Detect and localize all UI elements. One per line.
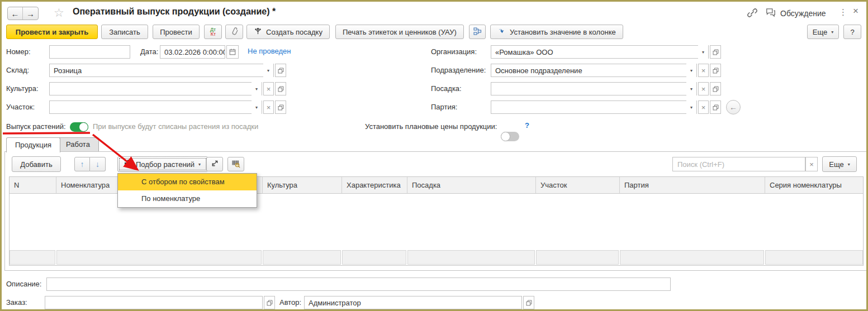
barcode-scan-button[interactable] (227, 157, 244, 171)
author-input[interactable]: Администратор (304, 296, 522, 309)
organization-input[interactable]: «Ромашка» ООО ▾ (491, 45, 709, 59)
table-more-label: Еще (829, 160, 843, 169)
menu-item-by-nomenclature[interactable]: По номенклатуре (118, 190, 257, 207)
number-input[interactable] (49, 45, 130, 59)
toggle-knob (79, 122, 88, 132)
department-input[interactable]: Основное подразделение ▾ (491, 64, 697, 77)
table-more-button[interactable]: Еще▾ (822, 156, 857, 172)
add-row-button[interactable]: Добавить (12, 156, 61, 172)
discussion-button[interactable]: Обсуждение (765, 7, 826, 19)
copy-link-icon[interactable] (747, 7, 758, 20)
collapse-header-round-button[interactable]: ← (726, 100, 741, 114)
dropdown-arrow-icon[interactable]: ▾ (686, 64, 696, 77)
open-icon (712, 104, 719, 111)
dropdown-arrow-icon[interactable]: ▾ (686, 101, 696, 114)
plot-input[interactable]: ▾ (49, 101, 262, 114)
plants-release-toggle[interactable] (70, 122, 88, 132)
order-input[interactable] (45, 296, 263, 309)
open-button[interactable] (264, 296, 275, 309)
clear-button[interactable]: × (263, 101, 274, 114)
structure-button[interactable] (469, 25, 486, 39)
pick-plants-label: Подбор растений (136, 160, 195, 169)
tab-work[interactable]: Работа (57, 137, 99, 151)
clear-button[interactable]: × (698, 82, 709, 95)
column-header[interactable]: Посадка (407, 177, 536, 194)
culture-label: Культура: (6, 82, 39, 95)
open-button[interactable] (275, 64, 286, 77)
clear-button[interactable]: × (698, 64, 709, 77)
table-footer-row (10, 250, 863, 265)
back-button[interactable]: ← (8, 7, 23, 20)
dropdown-arrow-icon[interactable]: ▾ (686, 82, 696, 95)
grid-icon (125, 160, 132, 169)
help-button[interactable]: ? (843, 25, 861, 39)
move-down-button[interactable]: ↓ (90, 157, 106, 171)
more-menu-icon[interactable]: ⋮ (839, 7, 847, 17)
culture-input[interactable]: ▾ (49, 82, 262, 95)
set-column-value-label: Установить значение в колонке (510, 28, 616, 36)
print-labels-button[interactable]: Печать этикеток и ценников (УАУ) (335, 25, 464, 39)
open-icon (266, 299, 273, 307)
calendar-icon (229, 48, 236, 56)
open-button[interactable] (275, 101, 286, 114)
open-button[interactable] (710, 82, 721, 95)
dropdown-arrow-icon[interactable]: ▾ (263, 64, 273, 77)
menu-item-by-properties[interactable]: С отбором по свойствам (118, 174, 257, 190)
column-header[interactable]: Культура (263, 177, 342, 194)
date-input[interactable]: 03.02.2026 0:00:00 (160, 45, 225, 59)
open-icon (712, 85, 719, 93)
plant-icon (254, 27, 262, 37)
forward-button[interactable]: → (23, 7, 38, 20)
toolbar-more-label: Еще (813, 28, 827, 36)
search-input[interactable] (672, 157, 805, 171)
paperclip-icon (230, 27, 239, 37)
close-icon[interactable]: × (853, 6, 858, 17)
post-and-close-button[interactable]: Провести и закрыть (6, 25, 98, 39)
create-planting-button[interactable]: Создать посадку (246, 25, 330, 39)
warehouse-input[interactable]: Розница ▾ (49, 64, 274, 77)
date-field: 03.02.2026 0:00:00 (160, 45, 239, 59)
save-button[interactable]: Записать (101, 25, 148, 39)
create-planting-label: Создать посадку (266, 28, 322, 36)
department-label: Подразделение: (431, 64, 486, 77)
clear-button[interactable]: × (698, 101, 709, 114)
curved-arrow-icon (497, 27, 506, 37)
department-field: Основное подразделение ▾ × (491, 64, 721, 77)
doc-status-link[interactable]: Не проведен (248, 47, 291, 55)
set-column-value-button[interactable]: Установить значение в колонке (490, 25, 623, 39)
favorite-star-icon[interactable]: ☆ (54, 6, 64, 20)
column-header[interactable]: Партия (620, 177, 765, 194)
open-button[interactable] (710, 64, 721, 77)
search-clear-button[interactable]: × (805, 157, 818, 171)
planting-label: Посадка: (431, 82, 462, 95)
attachments-button[interactable] (225, 25, 243, 39)
open-icon (277, 104, 284, 111)
dropdown-arrow-icon[interactable]: ▾ (252, 101, 262, 114)
open-button[interactable] (710, 45, 721, 59)
planned-prices-toggle[interactable] (501, 132, 519, 141)
toolbar-more-button[interactable]: Еще▾ (807, 25, 839, 39)
post-button[interactable]: Провести (153, 25, 200, 39)
column-header[interactable]: N (10, 177, 56, 194)
dr-cr-register-button[interactable]: Дт Кт (204, 25, 222, 39)
move-up-button[interactable]: ↑ (74, 157, 90, 171)
batch-input[interactable]: ▾ (491, 101, 697, 114)
dropdown-arrow-icon[interactable]: ▾ (252, 82, 262, 95)
description-input[interactable] (46, 277, 671, 291)
dropdown-arrow-icon[interactable]: ▾ (698, 45, 708, 59)
plot-label: Участок: (6, 101, 35, 114)
column-header[interactable]: Участок (536, 177, 620, 194)
change-form-button[interactable] (206, 157, 223, 171)
open-button[interactable] (275, 82, 286, 95)
table-footer-cell (620, 250, 764, 265)
column-header[interactable]: Характеристика (342, 177, 407, 194)
open-button[interactable] (710, 101, 721, 114)
pick-plants-dropdown-button[interactable]: Подбор растений ▾ (117, 156, 208, 172)
open-button[interactable] (523, 296, 534, 309)
clear-button[interactable]: × (263, 82, 274, 95)
calendar-button[interactable] (226, 45, 239, 59)
planned-prices-help-link[interactable]: ? (525, 121, 529, 130)
planting-input[interactable]: ▾ (491, 82, 697, 95)
column-header[interactable]: Серия номенклатуры (765, 177, 863, 194)
tab-production[interactable]: Продукция (6, 137, 60, 152)
